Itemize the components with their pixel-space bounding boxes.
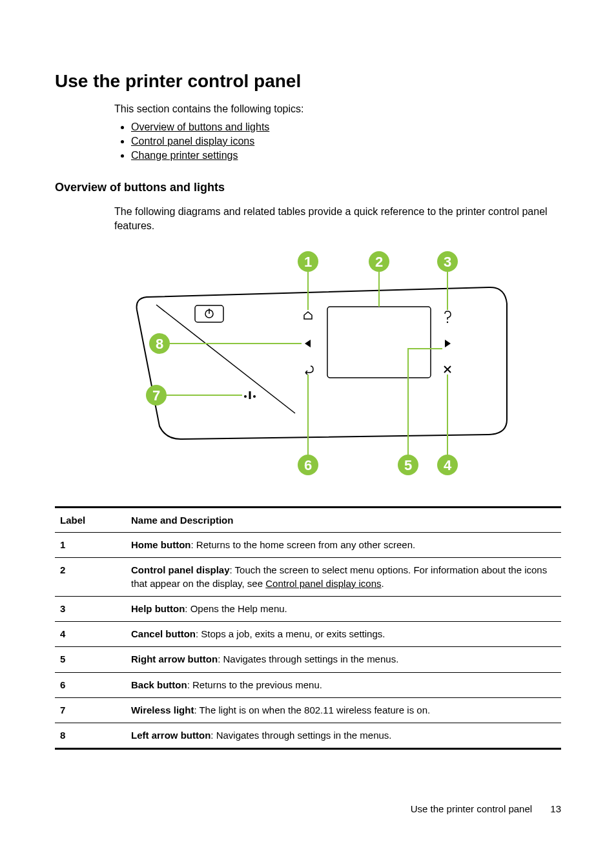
subsection-text: The following diagrams and related table… [114,205,561,232]
page-footer: Use the printer control panel 13 [411,803,561,814]
power-icon [205,309,213,318]
table-desc-cell: Back button: Returns to the previous men… [126,672,561,697]
wireless-icon [244,391,256,399]
callout-2: 2 [375,254,383,270]
topic-link-overview[interactable]: Overview of buttons and lights [131,121,269,132]
topic-item: Change printer settings [131,150,561,161]
table-label-cell: 8 [55,723,126,749]
callout-3: 3 [444,254,451,270]
table-label-cell: 4 [55,622,126,647]
callout-4: 4 [444,457,452,473]
table-header-desc: Name and Description [126,508,561,533]
svg-point-3 [244,395,247,398]
intro-text: This section contains the following topi… [114,103,561,115]
table-desc-cell: Help button: Opens the Help menu. [126,596,561,621]
table-header-label: Label [55,508,126,533]
svg-rect-5 [249,391,251,399]
svg-point-6 [447,322,448,323]
home-icon [304,312,312,319]
table-row: 8Left arrow button: Navigates through se… [55,723,561,749]
help-icon [445,311,451,323]
subsection-heading: Overview of buttons and lights [55,181,561,194]
callout-8: 8 [156,336,163,352]
footer-page-number: 13 [550,803,561,814]
inline-link[interactable]: Control panel display icons [265,578,381,589]
table-label-cell: 6 [55,672,126,697]
topic-list: Overview of buttons and lights Control p… [114,121,561,161]
right-arrow-icon [445,340,451,347]
table-label-cell: 1 [55,533,126,558]
table-label-cell: 7 [55,697,126,723]
left-arrow-icon [305,340,311,347]
topic-item: Overview of buttons and lights [131,121,561,133]
table-label-cell: 5 [55,647,126,672]
callout-6: 6 [304,457,312,473]
topic-item: Control panel display icons [131,136,561,147]
topic-link-icons[interactable]: Control panel display icons [131,136,254,147]
table-desc-cell: Left arrow button: Navigates through set… [126,723,561,749]
topic-link-settings[interactable]: Change printer settings [131,150,238,161]
display-rect [327,307,431,378]
table-row: 1Home button: Returns to the home screen… [55,533,561,558]
svg-point-4 [253,395,256,398]
table-row: 2Control panel display: Touch the screen… [55,558,561,597]
table-label-cell: 3 [55,596,126,621]
control-panel-diagram: 1 2 3 4 5 6 7 8 [55,245,561,480]
footer-section: Use the printer control panel [411,803,532,814]
callout-5: 5 [404,457,412,473]
cancel-icon [444,366,451,373]
svg-line-9 [156,305,295,413]
table-desc-cell: Wireless light: The light is on when the… [126,697,561,723]
back-icon [305,366,313,375]
feature-table: Label Name and Description 1Home button:… [55,506,561,750]
table-row: 7Wireless light: The light is on when th… [55,697,561,723]
callout-1: 1 [304,254,312,270]
table-row: 4Cancel button: Stops a job, exits a men… [55,622,561,647]
page-title: Use the printer control panel [55,71,561,92]
table-label-cell: 2 [55,558,126,597]
table-row: 3Help button: Opens the Help menu. [55,596,561,621]
table-desc-cell: Right arrow button: Navigates through se… [126,647,561,672]
callout-7: 7 [152,387,160,404]
table-desc-cell: Home button: Returns to the home screen … [126,533,561,558]
table-desc-cell: Control panel display: Touch the screen … [126,558,561,597]
table-row: 6Back button: Returns to the previous me… [55,672,561,697]
table-row: 5Right arrow button: Navigates through s… [55,647,561,672]
table-desc-cell: Cancel button: Stops a job, exits a menu… [126,622,561,647]
